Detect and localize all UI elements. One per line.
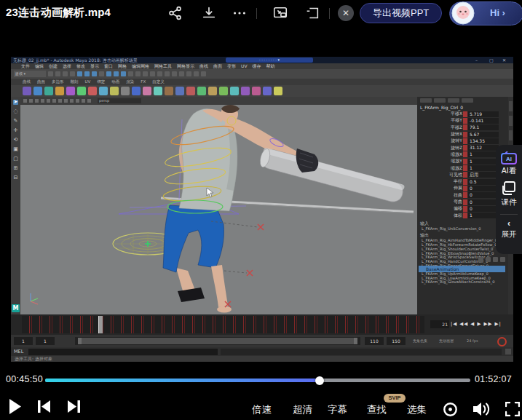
channel-row: 半径0.5 xyxy=(417,178,508,185)
shelf-icon xyxy=(99,87,108,95)
shelf-icon xyxy=(66,87,75,95)
menu-item: 网格 xyxy=(118,63,127,69)
settings-icon[interactable] xyxy=(443,402,458,417)
episodes-button[interactable]: 选集 xyxy=(407,403,427,416)
speed-button[interactable]: 倍速 xyxy=(252,403,272,416)
move-tool-icon: ✛ xyxy=(14,128,18,133)
shelf-tab: 渲染 xyxy=(126,79,134,85)
menu-item: 变形 xyxy=(227,63,236,69)
ai-watch-label[interactable]: AI看 xyxy=(502,166,516,176)
shelf-tab: 曲面 xyxy=(37,79,45,85)
shelf-icon xyxy=(77,87,86,95)
shelf-icon xyxy=(241,87,250,95)
shelf-icon xyxy=(33,87,42,95)
more-icon[interactable] xyxy=(232,5,248,21)
channel-row: 缩放Z1 xyxy=(417,165,508,171)
channel-row: 旋转Y134.35 xyxy=(417,138,508,144)
shelf-icon xyxy=(197,87,206,95)
video-surface[interactable]: 无标题_02_jj.mb* - Autodesk Maya 2018: 连击动画… xyxy=(11,57,513,362)
channel-row: 缩放Y1 xyxy=(417,158,508,165)
menu-item: 编辑网格 xyxy=(132,63,149,69)
channel-row: 弯曲0 xyxy=(417,199,508,205)
divider xyxy=(500,214,518,215)
shelf-icon xyxy=(186,87,195,95)
maya-channel-box: L_FKArm_Rig_Ctrl_0 平移X5.719 平移Y-0.141 平移… xyxy=(417,97,508,314)
menu-item: 曲线 xyxy=(199,63,208,69)
close-icon[interactable]: ✕ xyxy=(338,5,354,21)
menu-item: 文件 xyxy=(21,63,30,69)
divider xyxy=(256,8,257,19)
channel-row: 平移Z79.1 xyxy=(417,124,508,131)
expand-chevron-icon[interactable]: ‹ xyxy=(507,219,510,228)
progress-thumb[interactable] xyxy=(315,376,324,385)
assistant-hi-button[interactable]: Hi › xyxy=(449,1,522,25)
shelf-icon xyxy=(55,87,64,95)
picture-in-picture-icon[interactable] xyxy=(272,5,288,21)
share-icon[interactable] xyxy=(167,5,183,21)
select-tool-icon: ➤ xyxy=(13,100,19,105)
shelf-icon xyxy=(154,87,162,95)
layout-split-icon: ⊟ xyxy=(14,175,18,181)
download-icon[interactable] xyxy=(201,5,217,21)
selected-anim-layer: BaseAnimation xyxy=(419,266,505,272)
current-time: 00:45:50 xyxy=(6,374,43,384)
search-button[interactable]: 查找 xyxy=(367,403,387,416)
keyframe-ticks xyxy=(22,316,424,333)
channel-row: 平移Y-0.141 xyxy=(417,117,508,124)
svg-text:AI: AI xyxy=(506,156,512,162)
player-controls: 倍速 超清 字幕 查找 SVIP 选集 xyxy=(0,393,522,420)
shelf-icon xyxy=(132,87,141,95)
expand-label[interactable]: 展开 xyxy=(502,229,517,239)
player-top-bar: 23连击动画解析.mp4 ✕ 导出视频PPT Hi › xyxy=(0,0,522,26)
shelf-icon xyxy=(219,87,228,95)
shelf-icon xyxy=(165,87,173,95)
export-video-ppt-button[interactable]: 导出视频PPT xyxy=(360,3,442,23)
maya-help-line: 选择工具: 选择对象 xyxy=(11,356,513,362)
subtitle-button[interactable]: 字幕 xyxy=(328,403,347,416)
shelf-tab: FX xyxy=(141,79,146,85)
menu-item: 缓存 xyxy=(253,63,261,69)
layout-four-icon: ⊞ xyxy=(14,166,18,171)
total-time: 01:52:07 xyxy=(475,374,512,384)
shelf-tab: 雕刻 xyxy=(71,79,79,85)
paint-select-tool-icon: ✎ xyxy=(14,119,18,124)
channel-row: 扭曲0 xyxy=(417,192,508,199)
shelf-icon xyxy=(143,87,151,95)
maya-logo: M xyxy=(12,304,20,312)
shelf-tab: UV xyxy=(85,79,91,85)
maya-shelf-tabs: 曲线曲面多边形雕刻UV绑定动画渲染FX自定义 xyxy=(11,79,513,85)
layout-single-icon: ▢ xyxy=(13,156,18,162)
volume-icon[interactable] xyxy=(473,402,491,416)
viewport-camera-field: persp xyxy=(98,98,141,103)
fullscreen-icon[interactable] xyxy=(505,402,520,416)
channel-row: 旋转Z31.12 xyxy=(417,144,508,151)
shelf-icon xyxy=(252,87,261,95)
maya-time-slider: 21 |◀ ◀◀ ◀ ▶ ▶▶ ▶| xyxy=(11,314,513,335)
previous-button[interactable] xyxy=(38,400,51,413)
ai-watch-icon[interactable]: AI xyxy=(501,151,517,165)
shelf-tab: 自定义 xyxy=(152,79,165,85)
dock-right-icon[interactable] xyxy=(304,5,320,21)
scale-tool-icon: ▣ xyxy=(13,147,18,152)
output-node: L_FKArm_Rig_GloveAttachConstraint_0 xyxy=(417,280,508,285)
divider xyxy=(329,8,330,19)
channel-row: 平移X5.719 xyxy=(417,111,508,117)
rotate-tool-icon: ⟲ xyxy=(14,138,18,143)
courseware-label[interactable]: 课件 xyxy=(502,197,517,207)
channel-row: 伸展0 xyxy=(417,185,508,191)
next-button[interactable] xyxy=(67,400,80,413)
maya-menu-bar: 文件编辑创建选择修改显示窗口网格编辑网格网格工具网格显示曲线曲面变形UV缓存帮助 xyxy=(11,63,513,69)
channel-row: 旋转X5.67 xyxy=(417,131,508,138)
play-button[interactable] xyxy=(9,399,22,414)
progress-bar[interactable] xyxy=(45,379,470,382)
frame-field: 21 xyxy=(430,320,449,328)
channel-box-node: L_FKArm_Rig_Ctrl_0 xyxy=(417,103,508,111)
maya-toolbox: ➤ ◌ ✎ ✛ ⟲ ▣ ▢ ⊞ ⊟ xyxy=(11,97,20,314)
courseware-icon[interactable] xyxy=(502,181,516,196)
lasso-tool-icon: ◌ xyxy=(13,109,17,114)
shelf-tab: 绑定 xyxy=(97,79,105,85)
mascot-avatar xyxy=(451,1,475,25)
shelf-tab: 多边形 xyxy=(52,79,64,85)
shelf-icon xyxy=(230,87,239,95)
quality-button[interactable]: 超清 xyxy=(293,403,312,416)
